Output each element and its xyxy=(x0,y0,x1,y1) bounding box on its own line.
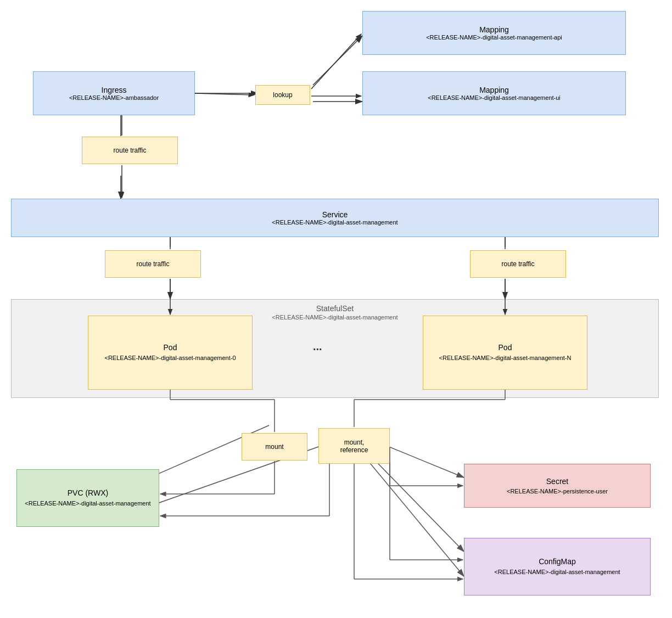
lookup-label: lookup xyxy=(273,91,292,99)
mount-label: mount xyxy=(265,443,283,451)
pod-0-box: Pod <RELEASE-NAME>-digital-asset-managem… xyxy=(88,316,253,390)
ingress-title: Ingress xyxy=(102,86,127,94)
lookup-badge: lookup xyxy=(255,85,310,105)
svg-line-22 xyxy=(195,93,254,95)
mapping-ui-title: Mapping xyxy=(479,86,509,94)
diagram-container: Ingress <RELEASE-NAME>-ambassador lookup… xyxy=(0,0,672,618)
pvc-title: PVC (RWX) xyxy=(68,488,108,497)
ellipsis: ... xyxy=(313,340,322,353)
mapping-ui-box: Mapping <RELEASE-NAME>-digital-asset-man… xyxy=(362,71,626,115)
mount-badge: mount xyxy=(242,433,307,460)
mount-reference-badge: mount, reference xyxy=(318,428,390,464)
mount-reference-label: mount, reference xyxy=(340,439,368,454)
mapping-api-box: Mapping <RELEASE-NAME>-digital-asset-man… xyxy=(362,11,626,55)
mapping-api-title: Mapping xyxy=(479,25,509,34)
mapping-api-subtitle: <RELEASE-NAME>-digital-asset-management-… xyxy=(426,34,562,41)
svg-line-19 xyxy=(357,447,464,576)
pod-0-subtitle: <RELEASE-NAME>-digital-asset-management-… xyxy=(104,354,236,362)
configmap-title: ConfigMap xyxy=(539,557,576,566)
route-traffic-3-badge: route traffic xyxy=(470,250,566,278)
secret-title: Secret xyxy=(546,477,568,486)
service-box: Service <RELEASE-NAME>-digital-asset-man… xyxy=(11,199,659,237)
ingress-subtitle: <RELEASE-NAME>-ambassador xyxy=(69,94,159,101)
pod-n-subtitle: <RELEASE-NAME>-digital-asset-management-… xyxy=(439,354,572,362)
svg-line-3 xyxy=(313,36,362,85)
configmap-box: ConfigMap <RELEASE-NAME>-digital-asset-m… xyxy=(464,538,651,595)
route-traffic-2-label: route traffic xyxy=(137,260,170,268)
route-traffic-1-badge: route traffic xyxy=(82,137,178,164)
svg-line-23 xyxy=(311,34,361,89)
pod-n-box: Pod <RELEASE-NAME>-digital-asset-managem… xyxy=(423,316,587,390)
service-title: Service xyxy=(322,210,348,219)
ingress-box: Ingress <RELEASE-NAME>-ambassador xyxy=(33,71,195,115)
pvc-box: PVC (RWX) <RELEASE-NAME>-digital-asset-m… xyxy=(16,469,159,527)
service-subtitle: <RELEASE-NAME>-digital-asset-management xyxy=(272,219,397,226)
pod-n-title: Pod xyxy=(499,343,512,352)
statefulset-title: StatefulSet xyxy=(272,304,397,313)
route-traffic-3-label: route traffic xyxy=(502,260,535,268)
pvc-subtitle: <RELEASE-NAME>-digital-asset-management xyxy=(25,499,150,508)
mapping-ui-subtitle: <RELEASE-NAME>-digital-asset-management-… xyxy=(428,94,561,101)
svg-line-16 xyxy=(137,439,340,510)
configmap-subtitle: <RELEASE-NAME>-digital-asset-management xyxy=(494,568,620,576)
route-traffic-2-badge: route traffic xyxy=(105,250,201,278)
route-traffic-1-label: route traffic xyxy=(114,147,147,154)
pod-0-title: Pod xyxy=(164,343,177,352)
statefulset-subtitle: <RELEASE-NAME>-digital-asset-management xyxy=(272,314,397,321)
secret-box: Secret <RELEASE-NAME>-persistence-user xyxy=(464,464,651,508)
secret-subtitle: <RELEASE-NAME>-persistence-user xyxy=(507,488,608,495)
